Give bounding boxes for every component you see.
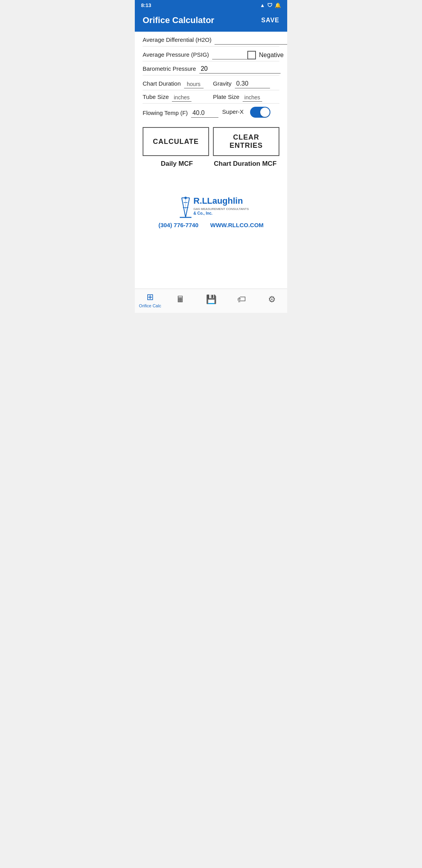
- chart-duration-label: Chart Duration: [143, 80, 181, 88]
- nav-orifice-label: Orifice Calc: [139, 303, 161, 308]
- calculator-icon: 🖩: [176, 294, 185, 305]
- chart-duration-mcf-label: Chart Duration MCF: [211, 160, 279, 168]
- flowing-temp-group: Flowing Temp (F): [143, 109, 218, 118]
- bottom-nav: ⊞ Orifice Calc 🖩 💾 🏷 ⚙: [135, 289, 287, 313]
- nav-calculator[interactable]: 🖩: [169, 294, 192, 306]
- plate-size-group: Plate Size inches: [213, 93, 279, 102]
- orifice-calc-icon: ⊞: [147, 292, 154, 302]
- phone-link[interactable]: (304) 776-7740: [158, 222, 198, 228]
- negative-label: Negative: [259, 52, 284, 59]
- chart-duration-unit: hours: [184, 80, 204, 88]
- gravity-group: Gravity: [213, 79, 279, 88]
- buttons-row: CALCULATE CLEAR ENTRIES: [143, 127, 279, 156]
- svg-text:Laughlin: Laughlin: [207, 196, 243, 206]
- page-title: Orifice Calculator: [143, 15, 214, 25]
- plate-size-unit: inches: [243, 93, 262, 102]
- daily-mcf-value: [143, 171, 211, 180]
- nav-settings[interactable]: ⚙: [260, 294, 284, 306]
- superx-label: Super-X: [222, 108, 244, 117]
- svg-text:& Co., Inc.: & Co., Inc.: [193, 211, 213, 215]
- chart-duration-mcf-result: Chart Duration MCF: [211, 160, 279, 180]
- tube-size-group: Tube Size inches: [143, 93, 209, 102]
- barometric-input[interactable]: [199, 65, 281, 74]
- gravity-input[interactable]: [235, 79, 270, 88]
- plate-size-label: Plate Size: [213, 93, 240, 102]
- status-time: 8:13: [141, 2, 151, 8]
- nav-sale[interactable]: 🏷: [230, 294, 253, 306]
- save-nav-icon: 💾: [206, 294, 216, 305]
- avg-pressure-input[interactable]: [212, 50, 247, 59]
- header: Orifice Calculator SAVE: [135, 11, 287, 32]
- daily-mcf-label: Daily MCF: [143, 160, 211, 168]
- flowing-temp-label: Flowing Temp (F): [143, 109, 188, 118]
- save-button[interactable]: SAVE: [261, 17, 279, 24]
- svg-point-6: [184, 197, 187, 199]
- avg-pressure-group: Average Pressure (PSIG): [143, 50, 247, 59]
- logo-svg: R.L. Laughlin GAS MEASUREMENT CONSULTANT…: [172, 192, 250, 219]
- avg-differential-input[interactable]: [215, 36, 287, 45]
- nav-save[interactable]: 💾: [199, 294, 223, 306]
- flowing-temp-input[interactable]: [191, 109, 218, 118]
- notification-icon: 🔔: [275, 2, 281, 8]
- tube-size-label: Tube Size: [143, 93, 169, 102]
- negative-checkbox[interactable]: [247, 51, 256, 59]
- tube-plate-row: Tube Size inches Plate Size inches: [143, 93, 279, 104]
- calculate-button[interactable]: CALCULATE: [143, 127, 209, 156]
- clear-button[interactable]: CLEAR ENTRIES: [213, 127, 279, 156]
- superx-toggle-wrapper[interactable]: Super-X: [222, 107, 270, 118]
- negative-wrapper[interactable]: Negative: [247, 51, 284, 59]
- tube-size-unit: inches: [172, 93, 191, 102]
- avg-pressure-label: Average Pressure (PSIG): [143, 51, 209, 59]
- avg-differential-label: Average Differential (H2O): [143, 36, 211, 45]
- toggle-thumb: [260, 108, 270, 117]
- status-bar: 8:13 ▲ 🛡 🔔: [135, 0, 287, 11]
- avg-differential-row: Average Differential (H2O): [143, 36, 279, 47]
- logo-links: (304) 776-7740 WWW.RLLCO.COM: [158, 222, 263, 228]
- superx-toggle[interactable]: [250, 107, 270, 118]
- nav-orifice-calc[interactable]: ⊞ Orifice Calc: [138, 292, 162, 308]
- sale-icon: 🏷: [237, 294, 246, 305]
- company-logo: R.L. Laughlin GAS MEASUREMENT CONSULTANT…: [172, 192, 250, 219]
- superx-group: Super-X: [222, 107, 279, 118]
- avg-pressure-row: Average Pressure (PSIG) Negative: [143, 50, 279, 61]
- signal-icon: ▲: [260, 2, 265, 8]
- chart-gravity-row: Chart Duration hours Gravity: [143, 79, 279, 90]
- logo-area: R.L. Laughlin GAS MEASUREMENT CONSULTANT…: [143, 188, 279, 235]
- barometric-row: Barometric Pressure: [143, 65, 279, 75]
- results-row: Daily MCF Chart Duration MCF: [143, 160, 279, 180]
- temp-superx-row: Flowing Temp (F) Super-X: [143, 107, 279, 119]
- chart-duration-mcf-value: [211, 171, 279, 180]
- barometric-label: Barometric Pressure: [143, 65, 196, 74]
- status-icons: ▲ 🛡 🔔: [260, 2, 281, 8]
- settings-icon: ⚙: [268, 294, 276, 305]
- daily-mcf-result: Daily MCF: [143, 160, 211, 180]
- gravity-label: Gravity: [213, 80, 232, 88]
- svg-text:GAS MEASUREMENT CONSULTANTS: GAS MEASUREMENT CONSULTANTS: [193, 207, 249, 211]
- website-link[interactable]: WWW.RLLCO.COM: [210, 222, 264, 228]
- shield-icon: 🛡: [267, 2, 272, 8]
- toggle-track: [250, 107, 270, 118]
- chart-duration-group: Chart Duration hours: [143, 80, 209, 88]
- form-area: Average Differential (H2O) Average Press…: [135, 32, 287, 289]
